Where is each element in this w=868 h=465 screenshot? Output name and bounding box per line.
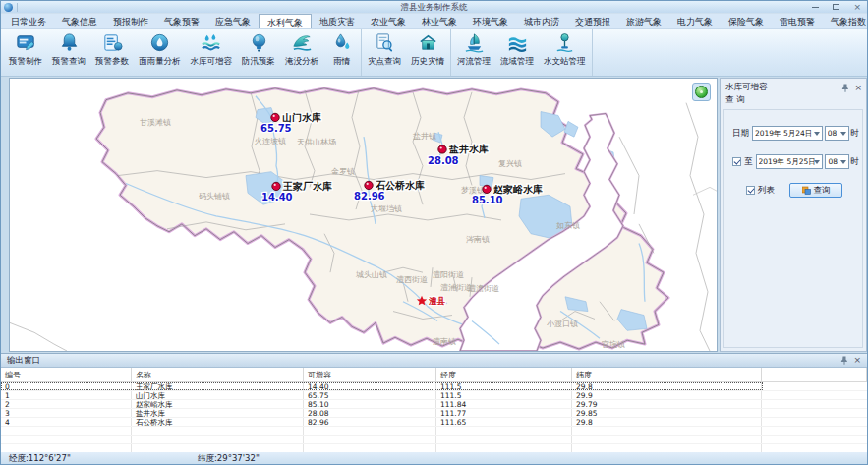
menu-item-8[interactable]: 林业气象 bbox=[414, 14, 465, 28]
table-row[interactable]: 2赵家峪水库85.10111.8429.79 bbox=[1, 400, 867, 409]
table-row[interactable]: 4石公桥水库82.96111.6529.8 bbox=[1, 418, 867, 427]
table-cell[interactable]: 3 bbox=[1, 409, 132, 417]
table-cell[interactable]: 82.96 bbox=[304, 418, 436, 426]
table-cell[interactable]: 29.79 bbox=[572, 400, 762, 408]
toolbar-button-basin-waves[interactable]: 流域管理 bbox=[495, 29, 539, 76]
menu-item-10[interactable]: 城市内涝 bbox=[516, 14, 567, 28]
table-empty-cell bbox=[436, 444, 572, 452]
maximize-button[interactable] bbox=[833, 1, 839, 14]
pin-icon[interactable] bbox=[840, 356, 848, 365]
to-date-row: 至 2019年 5月25日 08 时 bbox=[732, 154, 862, 169]
table-cell[interactable]: 盐井水库 bbox=[132, 409, 304, 417]
reservoir-name: 山门水库 bbox=[282, 112, 321, 123]
menu-item-7[interactable]: 农业气象 bbox=[363, 14, 414, 28]
table-cell[interactable]: 14.40 bbox=[304, 382, 436, 390]
table-cell[interactable]: 山门水库 bbox=[132, 391, 304, 399]
table-cell[interactable]: 1 bbox=[1, 391, 132, 399]
table-cell[interactable]: 111.5 bbox=[436, 391, 572, 399]
menu-item-11[interactable]: 交通预报 bbox=[567, 14, 618, 28]
table-cell[interactable]: 28.08 bbox=[304, 409, 436, 417]
table-cell[interactable]: 29.8 bbox=[572, 418, 762, 426]
table-cell[interactable]: 111.5 bbox=[436, 382, 572, 390]
output-close-icon[interactable]: × bbox=[853, 356, 861, 365]
table-cell[interactable]: 111.84 bbox=[436, 400, 572, 408]
table-cell[interactable]: 石公桥水库 bbox=[132, 418, 304, 426]
toolbar-button-rainfall-analysis[interactable]: 面雨量分析 bbox=[134, 29, 186, 76]
reservoir-dot-icon[interactable] bbox=[272, 182, 280, 190]
to-checkbox[interactable] bbox=[732, 157, 741, 166]
reservoir-capacity-value: 28.08 bbox=[428, 155, 459, 166]
toolbar-button-disaster-search[interactable]: 灾点查询 bbox=[363, 29, 406, 76]
table-cell[interactable]: 4 bbox=[1, 418, 132, 426]
table-header-cell[interactable]: 名称 bbox=[132, 368, 304, 381]
table-cell[interactable]: 111.65 bbox=[436, 418, 572, 426]
county-map[interactable]: 甘溪滩镇火连坡镇天供山林场金罗镇盐井镇码头铺镇大堰垱镇梦溪镇复兴镇如东镇涔南镇城… bbox=[10, 79, 718, 351]
table-cell-filler bbox=[762, 391, 867, 399]
table-header-cell[interactable]: 编号 bbox=[1, 368, 132, 381]
panel-close-icon[interactable]: × bbox=[854, 84, 862, 92]
table-cell[interactable]: 29.8 bbox=[572, 382, 762, 390]
toolbar-button-history-disaster[interactable]: 历史灾情 bbox=[406, 29, 449, 76]
table-cell[interactable]: 王家厂水库 bbox=[132, 382, 304, 390]
toolbar-button-reservoir-capacity[interactable]: 水库可增容 bbox=[186, 29, 238, 76]
list-checkbox[interactable] bbox=[746, 186, 755, 195]
toolbar-button-rain-drop[interactable]: 雨情 bbox=[323, 29, 360, 76]
table-row[interactable]: 0王家厂水库14.40111.529.8 bbox=[1, 382, 867, 391]
table-cell[interactable]: 29.85 bbox=[572, 409, 762, 417]
map-panel[interactable]: 甘溪滩镇火连坡镇天供山林场金罗镇盐井镇码头铺镇大堰垱镇梦溪镇复兴镇如东镇涔南镇城… bbox=[9, 78, 718, 352]
to-date-select[interactable]: 2019年 5月25日 bbox=[756, 154, 824, 169]
to-hour-select[interactable]: 08 bbox=[825, 154, 848, 169]
close-button[interactable]: × bbox=[853, 1, 861, 14]
menu-item-12[interactable]: 旅游气象 bbox=[618, 14, 669, 28]
menu-item-9[interactable]: 环境气象 bbox=[465, 14, 516, 28]
toolbar-button-alert-bell[interactable]: 预警查询 bbox=[47, 29, 90, 76]
table-header-cell[interactable]: 经度 bbox=[436, 368, 572, 381]
table-cell[interactable]: 111.77 bbox=[436, 409, 572, 417]
table-cell[interactable]: 29.9 bbox=[572, 391, 762, 399]
chevron-down-icon bbox=[840, 160, 846, 164]
table-cell[interactable]: 65.75 bbox=[304, 391, 436, 399]
table-cell-filler bbox=[762, 418, 867, 426]
map-add-button[interactable] bbox=[692, 83, 711, 101]
reservoir-dot-icon[interactable] bbox=[365, 181, 373, 189]
from-hour-select[interactable]: 08 bbox=[825, 126, 849, 141]
table-row[interactable]: 3盐井水库28.08111.7729.85 bbox=[1, 409, 867, 418]
menu-item-13[interactable]: 电力气象 bbox=[669, 14, 721, 28]
query-section-label: 查 询 bbox=[721, 93, 866, 109]
table-row[interactable]: 1山门水库65.75111.529.9 bbox=[1, 391, 867, 400]
menu-item-15[interactable]: 雷电预警 bbox=[772, 14, 823, 28]
reservoir-dot-icon[interactable] bbox=[438, 145, 446, 153]
table-cell[interactable]: 2 bbox=[1, 400, 132, 408]
toolbar-button-hydro-station[interactable]: 水文站管理 bbox=[539, 29, 591, 76]
rain-drop-icon bbox=[330, 31, 353, 54]
pin-icon[interactable] bbox=[841, 84, 849, 92]
from-date-select[interactable]: 2019年 5月24日 bbox=[752, 126, 823, 141]
reservoir-dot-icon[interactable] bbox=[483, 185, 491, 193]
table-cell[interactable]: 0 bbox=[1, 382, 132, 390]
toolbar-button-inundation-wave[interactable]: 淹没分析 bbox=[280, 29, 323, 76]
menu-item-3[interactable]: 气象预警 bbox=[156, 14, 207, 28]
toolbar-button-alert-edit[interactable]: 预警制作 bbox=[4, 29, 47, 76]
table-header-cell[interactable]: 纬度 bbox=[572, 368, 762, 381]
menu-item-6[interactable]: 地质灾害 bbox=[312, 14, 363, 28]
query-button[interactable]: 查询 bbox=[789, 183, 842, 198]
table-cell[interactable]: 85.10 bbox=[304, 400, 436, 408]
reservoir-dot-icon[interactable] bbox=[271, 113, 279, 121]
disaster-search-icon bbox=[374, 31, 396, 54]
toolbar-button-river-sailboat[interactable]: 河流管理 bbox=[452, 29, 495, 76]
menu-item-4[interactable]: 应急气象 bbox=[207, 14, 259, 28]
toolbar-button-alert-params[interactable]: 预警参数 bbox=[90, 29, 134, 76]
minimize-button[interactable] bbox=[812, 1, 819, 14]
menu-item-1[interactable]: 气象信息 bbox=[54, 14, 105, 28]
menu-item-5[interactable]: 水利气象 bbox=[259, 14, 312, 28]
table-header-cell[interactable]: 可增容 bbox=[304, 368, 436, 381]
menu-item-14[interactable]: 保险气象 bbox=[721, 14, 772, 28]
menu-item-2[interactable]: 预报制作 bbox=[105, 14, 156, 28]
table-empty-cell bbox=[304, 444, 436, 452]
reservoir-name: 王家厂水库 bbox=[282, 181, 332, 192]
menu-item-16[interactable]: 气象指数 bbox=[823, 14, 868, 28]
toolbar-group-0: 预警制作预警查询预警参数面雨量分析水库可增容防汛预案淹没分析雨情 bbox=[3, 29, 362, 76]
table-cell[interactable]: 赵家峪水库 bbox=[132, 400, 304, 408]
menu-item-0[interactable]: 日常业务 bbox=[3, 14, 54, 28]
toolbar-button-flood-plan-bulb[interactable]: 防汛预案 bbox=[237, 29, 280, 76]
